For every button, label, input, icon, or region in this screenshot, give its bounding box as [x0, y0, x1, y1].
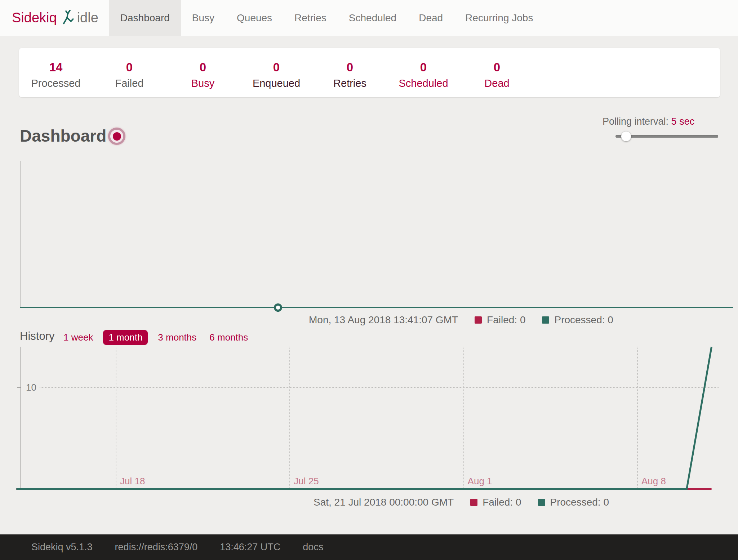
- tab-dashboard[interactable]: Dashboard: [109, 0, 181, 36]
- summary-item-dead[interactable]: 0 Dead: [460, 61, 534, 89]
- footer-redis-url: redis://redis:6379/0: [115, 542, 198, 553]
- summary-label[interactable]: Dead: [460, 77, 534, 89]
- history-legend-timestamp: Sat, 21 Jul 2018 00:00:00 GMT: [314, 497, 454, 508]
- summary-label[interactable]: Busy: [166, 77, 240, 89]
- summary-label[interactable]: Retries: [313, 77, 387, 89]
- failed-swatch-icon: [475, 316, 482, 324]
- sidekiq-kicker-icon: [62, 10, 74, 26]
- beacon-dot: [113, 132, 121, 141]
- navbar: Sidekiq idle Dashboard Busy Queues Retri…: [0, 0, 738, 36]
- summary-item-processed: 14 Processed: [19, 61, 93, 89]
- summary-item-scheduled[interactable]: 0 Scheduled: [387, 61, 460, 89]
- summary-value: 0: [460, 61, 534, 74]
- summary-item-busy[interactable]: 0 Busy: [166, 61, 240, 89]
- history-legend: Sat, 21 Jul 2018 00:00:00 GMT Failed: 0 …: [314, 497, 609, 508]
- realtime-legend-processed: Processed: 0: [554, 314, 613, 326]
- nav-tabs: Dashboard Busy Queues Retries Scheduled …: [109, 0, 544, 36]
- polling-interval-slider[interactable]: [615, 135, 718, 138]
- realtime-y-axis: [20, 161, 21, 308]
- summary-value: 0: [240, 61, 313, 74]
- polling-slider-thumb[interactable]: [621, 132, 631, 141]
- summary-item-retries[interactable]: 0 Retries: [313, 61, 387, 89]
- polling-label-text: Polling interval:: [603, 116, 668, 127]
- history-series-plot: [20, 347, 733, 491]
- summary-item-enqueued[interactable]: 0 Enqueued: [240, 61, 313, 89]
- footer: Sidekiq v5.1.3 redis://redis:6379/0 13:4…: [0, 534, 738, 560]
- summary-value: 14: [19, 61, 93, 74]
- realtime-legend: Mon, 13 Aug 2018 13:41:07 GMT Failed: 0 …: [309, 314, 613, 326]
- polling-interval-value-link[interactable]: 5 sec: [671, 116, 695, 127]
- summary-label: Processed: [19, 77, 93, 89]
- history-chart[interactable]: 10 Jul 18 Jul 25 Aug 1 Aug 8: [20, 347, 733, 491]
- processed-swatch-icon: [538, 499, 545, 506]
- footer-version: Sidekiq v5.1.3: [31, 542, 93, 553]
- tab-queues[interactable]: Queues: [226, 0, 283, 36]
- tab-retries[interactable]: Retries: [283, 0, 338, 36]
- footer-docs-link[interactable]: docs: [303, 542, 323, 553]
- realtime-hover-marker: [274, 303, 282, 312]
- history-legend-processed: Processed: 0: [550, 497, 609, 508]
- sidekiq-app: Sidekiq idle Dashboard Busy Queues Retri…: [0, 0, 738, 560]
- range-3-months[interactable]: 3 months: [155, 330, 199, 345]
- page-title: Dashboard: [20, 126, 106, 146]
- summary-label[interactable]: Enqueued: [240, 77, 313, 89]
- tab-scheduled[interactable]: Scheduled: [338, 0, 408, 36]
- summary-bar: 14 Processed 0 Failed 0 Busy 0 Enqueued …: [19, 48, 720, 97]
- summary-label[interactable]: Scheduled: [387, 77, 460, 89]
- summary-value: 0: [93, 61, 166, 74]
- brand-name[interactable]: Sidekiq: [12, 10, 57, 26]
- history-legend-failed: Failed: 0: [483, 497, 521, 508]
- summary-value: 0: [166, 61, 240, 74]
- brand[interactable]: Sidekiq idle: [0, 0, 109, 36]
- realtime-hover-cursor: [278, 161, 278, 307]
- tab-dead[interactable]: Dead: [408, 0, 454, 36]
- failed-swatch-icon: [470, 499, 477, 506]
- summary-value: 0: [313, 61, 387, 74]
- history-range-buttons: 1 week 1 month 3 months 6 months: [61, 330, 251, 345]
- history-title: History: [20, 330, 54, 343]
- tab-recurring-jobs[interactable]: Recurring Jobs: [454, 0, 544, 36]
- realtime-processed-line: [20, 307, 733, 308]
- range-6-months[interactable]: 6 months: [206, 330, 251, 345]
- summary-label: Failed: [93, 77, 166, 89]
- footer-time: 13:46:27 UTC: [220, 542, 280, 553]
- realtime-legend-timestamp: Mon, 13 Aug 2018 13:41:07 GMT: [309, 314, 458, 326]
- live-poll-beacon-icon[interactable]: [108, 128, 125, 145]
- polling-interval-label: Polling interval: 5 sec: [603, 116, 694, 127]
- processed-swatch-icon: [542, 316, 549, 324]
- summary-value: 0: [387, 61, 460, 74]
- realtime-chart[interactable]: [20, 161, 733, 309]
- tab-busy[interactable]: Busy: [181, 0, 226, 36]
- summary-item-failed: 0 Failed: [93, 61, 166, 89]
- processed-series-line: [16, 347, 711, 489]
- range-1-week[interactable]: 1 week: [61, 330, 96, 345]
- realtime-legend-failed: Failed: 0: [487, 314, 525, 326]
- status-label: idle: [77, 10, 98, 26]
- range-1-month[interactable]: 1 month: [103, 330, 148, 345]
